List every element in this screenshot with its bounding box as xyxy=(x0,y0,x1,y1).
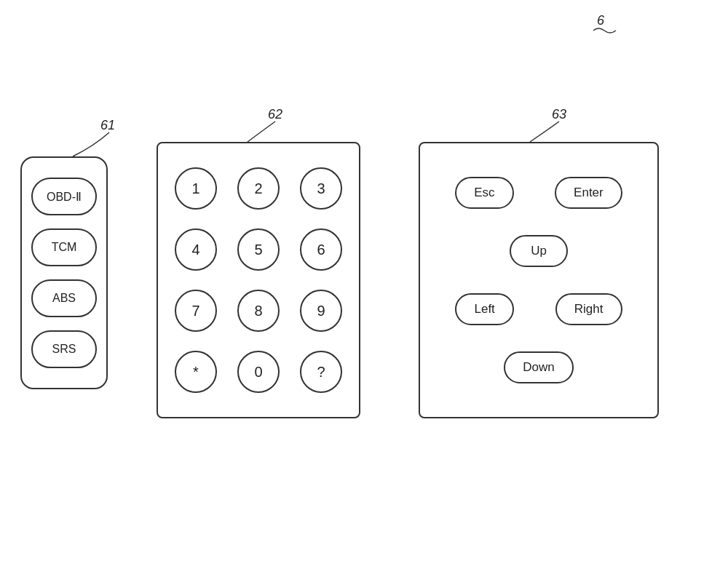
numpad-btn-5[interactable]: 5 xyxy=(237,228,280,271)
nav-row-down: Down xyxy=(435,351,643,383)
nav-btn-enter[interactable]: Enter xyxy=(555,177,622,209)
nav-btn-right[interactable]: Right xyxy=(555,293,622,325)
numpad-btn-0[interactable]: 0 xyxy=(237,351,280,393)
list-item-tcm[interactable]: TCM xyxy=(31,228,97,266)
nav-btn-left[interactable]: Left xyxy=(455,293,513,325)
numpad-btn-question[interactable]: ? xyxy=(300,351,342,393)
nav-row-left-right: Left Right xyxy=(435,293,643,325)
nav-btn-up[interactable]: Up xyxy=(510,235,568,267)
nav-row-esc-enter: Esc Enter xyxy=(435,177,643,209)
panel-61: OBD-Ⅱ TCM ABS SRS xyxy=(20,156,108,389)
numpad-btn-3[interactable]: 3 xyxy=(300,167,342,210)
panel-63: Esc Enter Up Left Right Down xyxy=(419,142,659,418)
numpad-btn-star[interactable]: * xyxy=(175,351,217,393)
list-item-abs[interactable]: ABS xyxy=(31,279,97,317)
numpad-btn-6[interactable]: 6 xyxy=(300,228,342,271)
numpad-btn-4[interactable]: 4 xyxy=(175,228,217,271)
ref-61-text: 61 xyxy=(100,118,115,132)
numpad-btn-2[interactable]: 2 xyxy=(237,167,280,210)
numpad-btn-9[interactable]: 9 xyxy=(300,290,342,332)
numpad-btn-7[interactable]: 7 xyxy=(175,290,217,332)
numpad-row-4: * 0 ? xyxy=(175,351,342,393)
nav-btn-down[interactable]: Down xyxy=(504,351,573,383)
ref-63-text: 63 xyxy=(552,107,566,122)
nav-row-up: Up xyxy=(435,235,643,267)
numpad-btn-1[interactable]: 1 xyxy=(175,167,217,210)
diagram-container: 6 61 62 63 OBD-Ⅱ TCM ABS SRS 1 2 3 4 5 6 xyxy=(0,0,728,569)
numpad-row-3: 7 8 9 xyxy=(175,290,342,332)
list-item-srs[interactable]: SRS xyxy=(31,330,97,368)
nav-btn-esc[interactable]: Esc xyxy=(455,177,513,209)
numpad-row-2: 4 5 6 xyxy=(175,228,342,271)
numpad-row-1: 1 2 3 xyxy=(175,167,342,210)
list-item-obd[interactable]: OBD-Ⅱ xyxy=(31,178,97,215)
numpad-btn-8[interactable]: 8 xyxy=(237,290,280,332)
ref-62-text: 62 xyxy=(268,107,282,122)
panel-62: 1 2 3 4 5 6 7 8 9 * 0 ? xyxy=(157,142,360,418)
ref-6-label: 6 xyxy=(597,13,604,28)
